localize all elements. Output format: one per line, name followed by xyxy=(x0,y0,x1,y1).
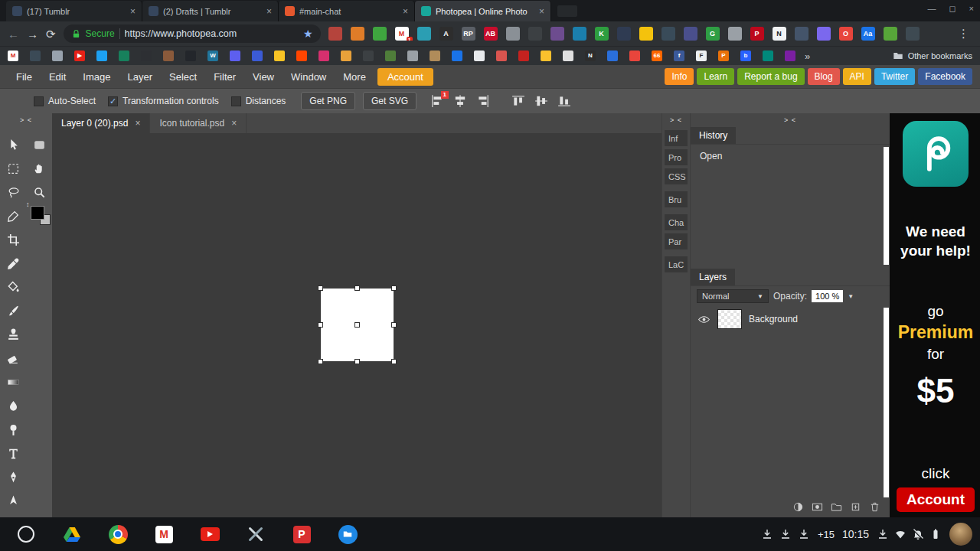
bookmark-favicon[interactable] xyxy=(30,51,41,61)
transform-anchor-point[interactable] xyxy=(354,322,360,328)
transform-handle-n[interactable] xyxy=(354,285,360,291)
align-bottom-icon[interactable] xyxy=(557,94,571,108)
launcher-button[interactable] xyxy=(8,519,44,549)
extension-icon[interactable] xyxy=(795,27,808,41)
checkbox-box-icon[interactable]: ✓ xyxy=(108,96,118,106)
extension-icon[interactable]: P xyxy=(750,27,764,41)
menu-file[interactable]: File xyxy=(8,71,41,83)
extension-icon[interactable] xyxy=(506,27,520,41)
hand-tool[interactable] xyxy=(26,157,52,181)
bookmark-favicon[interactable] xyxy=(230,51,240,61)
dodge-tool[interactable] xyxy=(0,418,26,442)
link-api[interactable]: API xyxy=(843,68,871,85)
crosh-tools-app[interactable] xyxy=(237,519,274,549)
transform-handle-ne[interactable] xyxy=(391,285,397,291)
wifi-icon[interactable] xyxy=(894,528,906,540)
transform-handle-sw[interactable] xyxy=(318,359,323,364)
tab-close-icon[interactable]: × xyxy=(539,6,544,17)
bookmark-favicon[interactable] xyxy=(629,51,640,61)
layers-panel-tab[interactable]: Layers xyxy=(691,269,735,285)
history-entry[interactable]: Open xyxy=(691,148,890,164)
bookmark-favicon[interactable] xyxy=(430,51,440,61)
menu-layer[interactable]: Layer xyxy=(119,71,162,83)
link-learn[interactable]: Learn xyxy=(697,68,734,85)
bookmark-favicon[interactable] xyxy=(296,51,307,61)
other-bookmarks-button[interactable]: Other bookmarks xyxy=(893,51,972,61)
bookmark-favicon[interactable]: M xyxy=(8,51,18,61)
canvas[interactable] xyxy=(52,133,662,517)
document-tab-close-icon[interactable]: × xyxy=(135,118,140,129)
menu-filter[interactable]: Filter xyxy=(205,71,244,83)
crop-tool[interactable] xyxy=(0,228,26,252)
lasso-tool[interactable] xyxy=(0,181,26,204)
opacity-input[interactable]: 100 % xyxy=(812,290,843,302)
extension-icon[interactable] xyxy=(817,27,831,41)
new-tab-button[interactable] xyxy=(557,5,577,17)
browser-menu-button[interactable]: ⋮ xyxy=(955,27,972,41)
align-right-icon[interactable] xyxy=(476,94,490,108)
download-icon[interactable] xyxy=(779,528,792,540)
bookmark-favicon[interactable] xyxy=(52,51,63,61)
document-tab[interactable]: Icon tutorial.psd× xyxy=(150,113,247,133)
maximize-button[interactable]: ◻ xyxy=(949,4,956,14)
tab-close-icon[interactable]: × xyxy=(403,6,408,17)
checkbox-auto-select[interactable]: Auto-Select xyxy=(34,96,96,106)
bookmark-favicon[interactable]: b xyxy=(740,51,751,61)
link-info[interactable]: Info xyxy=(665,68,694,85)
extension-icon[interactable] xyxy=(728,27,742,41)
visibility-eye-icon[interactable] xyxy=(697,313,710,326)
mask-icon[interactable] xyxy=(812,501,823,516)
extension-icon[interactable]: K xyxy=(595,27,609,41)
bookmark-favicon[interactable] xyxy=(541,51,551,61)
type-tool[interactable] xyxy=(0,442,26,465)
checkbox-box-icon[interactable] xyxy=(34,96,44,106)
history-panel-tab[interactable]: History xyxy=(691,127,736,144)
extension-icon[interactable] xyxy=(550,27,564,41)
gradient-tool[interactable] xyxy=(0,370,26,394)
link-report-a-bug[interactable]: Report a bug xyxy=(737,68,804,85)
bookmark-favicon[interactable]: ▶ xyxy=(74,51,85,61)
url-text[interactable]: https://www.photopea.com xyxy=(125,28,299,39)
panel-tab-lac[interactable]: LaC xyxy=(665,256,688,272)
foreground-color-swatch[interactable] xyxy=(31,206,44,220)
extension-icon[interactable]: AB xyxy=(484,27,498,41)
extension-icon[interactable] xyxy=(528,27,542,41)
extension-icon[interactable] xyxy=(351,27,364,41)
link-facebook[interactable]: Facebook xyxy=(918,68,972,85)
blur-tool[interactable] xyxy=(0,394,26,418)
extension-icon[interactable]: RP xyxy=(462,27,475,41)
zoom-tool[interactable] xyxy=(26,181,52,204)
bookmark-star-icon[interactable]: ★ xyxy=(303,28,313,40)
menu-image[interactable]: Image xyxy=(74,71,119,83)
bookmark-favicon[interactable]: N xyxy=(585,51,596,61)
bookmark-favicon[interactable] xyxy=(363,51,374,61)
menu-edit[interactable]: Edit xyxy=(41,71,74,83)
brush-tool[interactable] xyxy=(0,299,26,323)
clone-stamp-tool[interactable] xyxy=(0,323,26,347)
bookmark-favicon[interactable] xyxy=(518,51,529,61)
align-center-h-icon[interactable] xyxy=(453,94,467,108)
history-scrollbar[interactable] xyxy=(884,147,889,265)
bookmark-favicon[interactable] xyxy=(785,51,795,61)
extension-icon[interactable]: N xyxy=(773,27,786,41)
bookmark-favicon[interactable]: 66 xyxy=(652,51,662,61)
adjustment-icon[interactable] xyxy=(792,501,804,516)
browser-tab[interactable]: Photopea | Online Photo× xyxy=(415,1,551,21)
download-icon[interactable] xyxy=(798,528,810,540)
transform-handle-w[interactable] xyxy=(318,322,323,328)
extension-icon[interactable] xyxy=(884,27,897,41)
checkbox-transformation-controls[interactable]: ✓Transformation controls xyxy=(108,96,219,106)
bookmark-favicon[interactable]: f xyxy=(674,51,684,61)
transform-handle-s[interactable] xyxy=(354,359,360,364)
panel-tab-inf[interactable]: Inf xyxy=(665,130,688,146)
rect-select-tool[interactable] xyxy=(26,133,52,157)
checkbox-distances[interactable]: Distances xyxy=(231,96,286,106)
extension-icon[interactable] xyxy=(662,27,675,41)
panel-tab-css[interactable]: CSS xyxy=(665,168,688,184)
bookmark-favicon[interactable] xyxy=(252,51,263,61)
notifications-off-icon[interactable] xyxy=(912,528,924,540)
bookmark-favicon[interactable] xyxy=(474,51,485,61)
path-select-tool[interactable] xyxy=(0,489,26,513)
extension-icon[interactable]: Aa xyxy=(861,27,875,41)
gmail-app[interactable]: M xyxy=(145,519,182,549)
